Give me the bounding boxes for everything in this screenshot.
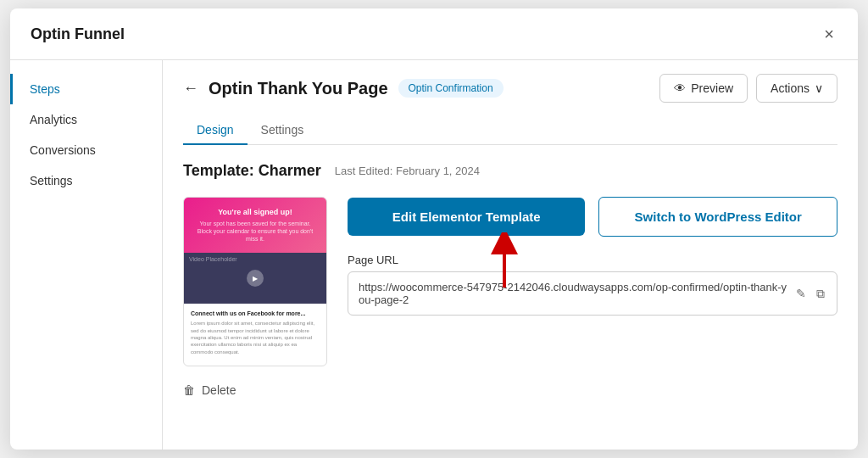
section-header: Template: Charmer Last Edited: February … xyxy=(183,162,837,180)
page-header: ← Optin Thank You Page Optin Confirmatio… xyxy=(183,74,837,103)
modal-header: Optin Funnel × xyxy=(10,8,858,60)
main-content: ← Optin Thank You Page Optin Confirmatio… xyxy=(163,60,858,450)
url-label: Page URL xyxy=(348,254,837,266)
sidebar: Steps Analytics Conversions Settings xyxy=(10,60,163,450)
actions-button[interactable]: Actions ∨ xyxy=(756,74,837,103)
edit-elementor-button[interactable]: Edit Elementor Template xyxy=(348,198,585,236)
video-label: Video Placeholder xyxy=(189,256,237,262)
back-button[interactable]: ← xyxy=(183,80,198,98)
delete-icon: 🗑 xyxy=(183,383,195,397)
copy-url-button[interactable]: ⧉ xyxy=(815,285,826,303)
editor-row: Edit Elementor Template Switch to WordPr… xyxy=(348,197,837,237)
modal-title: Optin Funnel xyxy=(31,25,125,43)
close-button[interactable]: × xyxy=(821,22,837,46)
tabs: Design Settings xyxy=(183,116,837,145)
modal-container: Optin Funnel × Steps Analytics Conversio… xyxy=(10,8,858,450)
switch-wordpress-button[interactable]: Switch to WordPress Editor xyxy=(598,197,837,237)
actions-panel: Edit Elementor Template Switch to WordPr… xyxy=(348,197,837,397)
preview-button[interactable]: 👁 Preview xyxy=(659,74,748,103)
template-thumbnail: You're all signed up! Your spot has been… xyxy=(183,197,327,397)
tab-design[interactable]: Design xyxy=(183,116,248,145)
content-area: You're all signed up! Your spot has been… xyxy=(183,197,837,397)
page-header-right: 👁 Preview Actions ∨ xyxy=(659,74,837,103)
eye-icon: 👁 xyxy=(674,81,686,95)
thumbnail-bottom-title: Connect with us on Facebook for more... xyxy=(191,310,320,316)
thumbnail-top-title: You're all signed up! xyxy=(194,208,316,216)
tab-settings[interactable]: Settings xyxy=(248,116,318,145)
editor-buttons: Edit Elementor Template Switch to WordPr… xyxy=(348,197,837,237)
last-edited: Last Edited: February 1, 2024 xyxy=(335,165,480,177)
sidebar-item-settings[interactable]: Settings xyxy=(10,165,162,196)
delete-label: Delete xyxy=(202,383,236,397)
template-name: Template: Charmer xyxy=(183,162,321,180)
sidebar-item-conversions[interactable]: Conversions xyxy=(10,135,162,165)
url-text: https://woocommerce-547975-2142046.cloud… xyxy=(359,281,787,306)
thumbnail-card: You're all signed up! Your spot has been… xyxy=(183,197,327,366)
play-icon: ▶ xyxy=(247,270,264,287)
chevron-down-icon: ∨ xyxy=(815,81,823,95)
edit-url-button[interactable]: ✎ xyxy=(794,285,808,302)
sidebar-item-steps[interactable]: Steps xyxy=(10,74,162,104)
thumbnail-video: Video Placeholder ▶ xyxy=(184,253,326,304)
thumbnail-top-sub: Your spot has been saved for the seminar… xyxy=(194,220,316,243)
thumbnail-bottom: Connect with us on Facebook for more... … xyxy=(184,304,326,362)
page-title: Optin Thank You Page xyxy=(209,79,388,98)
optin-confirmation-badge: Optin Confirmation xyxy=(398,79,504,98)
page-header-left: ← Optin Thank You Page Optin Confirmatio… xyxy=(183,79,504,98)
url-section: Page URL https://woocommerce-547975-2142… xyxy=(348,254,837,316)
thumbnail-top: You're all signed up! Your spot has been… xyxy=(184,198,326,253)
delete-button[interactable]: 🗑 Delete xyxy=(183,383,327,397)
url-icons: ✎ ⧉ xyxy=(794,285,826,303)
modal-body: Steps Analytics Conversions Settings ← O… xyxy=(10,60,858,450)
url-box: https://woocommerce-547975-2142046.cloud… xyxy=(348,271,837,316)
thumbnail-bottom-text: Lorem ipsum dolor sit amet, consectetur … xyxy=(191,320,320,355)
sidebar-item-analytics[interactable]: Analytics xyxy=(10,104,162,135)
